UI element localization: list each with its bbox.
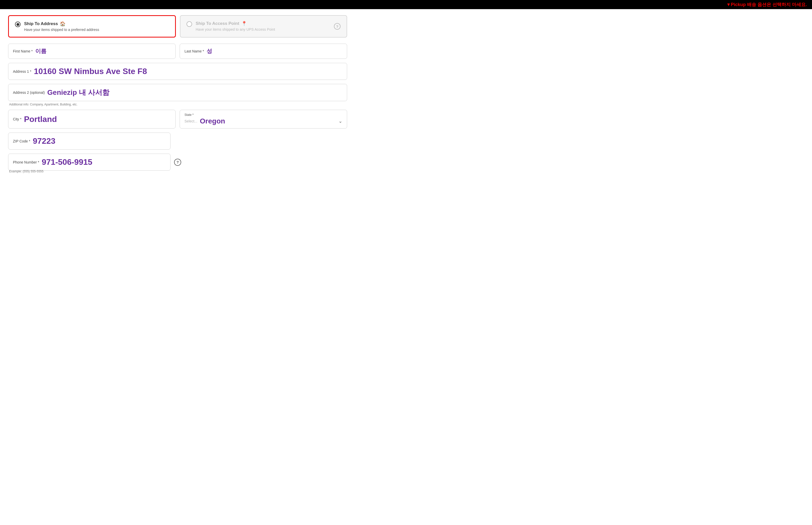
ship-access-subtitle: Have your items shipped to any UPS Acces… xyxy=(195,27,330,31)
address1-label: Address 1 * xyxy=(13,70,31,74)
first-name-label: First Name * xyxy=(13,49,33,53)
location-icon: 📍 xyxy=(241,21,247,26)
banner-text: ▼Pickup 배송 옵션은 선택하지 마세요. xyxy=(726,2,807,7)
city-value: Portland xyxy=(24,115,57,124)
address1-row: Address 1 * 10160 SW Nimbus Ave Ste F8 xyxy=(8,63,347,80)
phone-help-icon[interactable]: ? xyxy=(174,159,181,166)
phone-row: Phone Number * 971-506-9915 ? xyxy=(8,154,347,170)
zip-label: ZIP Code * xyxy=(13,139,30,143)
address2-value: Geniezip 내 사서함 xyxy=(47,88,109,97)
state-row: Select... Oregon ⌄ xyxy=(185,117,342,125)
city-field[interactable]: City * Portland xyxy=(8,110,176,129)
address2-field[interactable]: Address 2 (optional) Geniezip 내 사서함 xyxy=(8,84,347,101)
state-chevron-down-icon: ⌄ xyxy=(338,118,342,124)
last-name-value: 성 xyxy=(206,47,212,55)
ship-to-access-point-option: Ship To Access Point 📍 Have your items s… xyxy=(180,15,347,38)
ship-address-content: Ship To Address 🏠 Have your items shippe… xyxy=(24,21,169,32)
address2-row: Address 2 (optional) Geniezip 내 사서함 xyxy=(8,84,347,101)
address1-field[interactable]: Address 1 * 10160 SW Nimbus Ave Ste F8 xyxy=(8,63,347,80)
zip-field[interactable]: ZIP Code * 97223 xyxy=(8,133,171,150)
state-value: Oregon xyxy=(200,117,225,125)
phone-label: Phone Number * xyxy=(13,160,39,164)
first-name-value: 이름 xyxy=(35,47,46,55)
ship-address-title: Ship To Address 🏠 xyxy=(24,21,169,27)
ship-access-title: Ship To Access Point 📍 xyxy=(195,21,330,26)
home-icon: 🏠 xyxy=(60,21,66,27)
state-placeholder: Select... xyxy=(185,119,198,123)
ship-access-radio xyxy=(187,21,192,27)
zip-row: ZIP Code * 97223 xyxy=(8,133,347,150)
state-label: State * xyxy=(185,113,342,117)
ship-access-content: Ship To Access Point 📍 Have your items s… xyxy=(195,21,330,31)
first-name-field[interactable]: First Name * 이름 xyxy=(8,44,176,59)
top-banner: ▼Pickup 배송 옵션은 선택하지 마세요. xyxy=(0,0,812,9)
state-field[interactable]: State * Select... Oregon ⌄ xyxy=(180,110,347,129)
city-label: City * xyxy=(13,117,21,121)
address2-label: Address 2 (optional) xyxy=(13,90,45,94)
phone-value: 971-506-9915 xyxy=(42,158,92,167)
shipping-options-row: Ship To Address 🏠 Have your items shippe… xyxy=(8,15,347,38)
ship-address-radio[interactable] xyxy=(15,21,20,27)
ship-address-subtitle: Have your items shipped to a preferred a… xyxy=(24,28,169,32)
address2-hint: Additional info: Company, Apartment, Bui… xyxy=(8,103,347,106)
ship-to-address-option[interactable]: Ship To Address 🏠 Have your items shippe… xyxy=(8,15,176,38)
city-state-row: City * Portland State * Select... Oregon… xyxy=(8,110,347,129)
access-point-help-icon[interactable]: ? xyxy=(334,23,340,30)
phone-field[interactable]: Phone Number * 971-506-9915 xyxy=(8,154,171,170)
last-name-field[interactable]: Last Name * 성 xyxy=(180,44,347,59)
zip-value: 97223 xyxy=(33,136,55,146)
last-name-label: Last Name * xyxy=(185,49,204,53)
address1-value: 10160 SW Nimbus Ave Ste F8 xyxy=(34,67,147,76)
name-row: First Name * 이름 Last Name * 성 xyxy=(8,44,347,59)
